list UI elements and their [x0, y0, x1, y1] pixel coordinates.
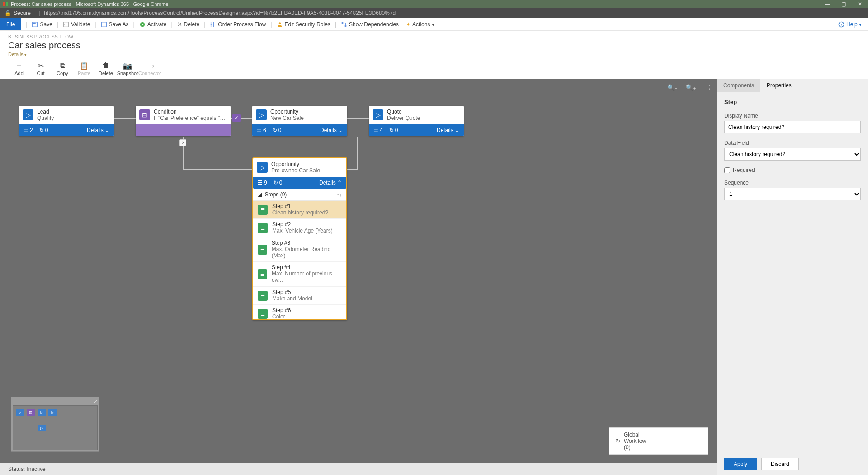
app-icon [3, 2, 8, 6]
required-label: Required [733, 167, 755, 173]
stage-icon: ▷ [256, 109, 267, 120]
svg-rect-6 [342, 22, 344, 24]
file-menu[interactable]: File [0, 18, 21, 30]
actions-menu[interactable]: ✦AActionsctions ▾ [402, 18, 438, 30]
stage-quote[interactable]: ▷ QuoteDeliver Quote ☰ 4 ↻ 0 Details ⌄ [369, 106, 464, 136]
canvas-controls: 🔍₋ 🔍₊ ⛶ [667, 84, 710, 91]
step-icon: ☰ [258, 269, 267, 279]
designer-toolbar: ＋Add ✂Cut ⧉Copy 📋Paste 🗑Delete 📷Snapshot… [0, 59, 868, 79]
stage-preowned-car-sale[interactable]: ▷ OpportunityPre-owned Car Sale ☰ 9 ↻ 0 … [252, 157, 347, 320]
data-field-label: Data Field [724, 140, 861, 146]
order-process-button[interactable]: Order Process Flow [206, 18, 269, 30]
designer-canvas[interactable]: 🔍₋ 🔍₊ ⛶ ▷ LeadQualify ☰ 2 ↻ 0 [0, 79, 717, 463]
fit-screen-icon[interactable]: ⛶ [704, 84, 710, 91]
step-item[interactable]: ☰Step #5Make and Model [253, 287, 346, 305]
delete-button[interactable]: ✕Delete [174, 18, 203, 30]
condition-icon: ⊟ [139, 109, 150, 120]
status-bar: Status:Inactive [0, 463, 717, 475]
details-collapse[interactable]: Details ⌃ [319, 180, 342, 186]
page-header: BUSINESS PROCESS FLOW Car sales process … [0, 31, 868, 59]
stage-lead[interactable]: ▷ LeadQualify ☰ 2 ↻ 0 Details ⌄ [19, 106, 114, 136]
steps-header: Steps (9) [265, 191, 287, 198]
step-icon: ☰ [258, 309, 268, 319]
stage-icon: ▷ [373, 109, 383, 120]
steps-count: ☰ 2 [24, 127, 33, 133]
sequence-label: Sequence [724, 180, 861, 186]
discard-button[interactable]: Discard [761, 458, 799, 470]
condition-node[interactable]: ⊟ ConditionIf "Car Preference" equals "N… [136, 106, 231, 136]
connector-tool[interactable]: ⟶Connector [138, 61, 160, 76]
properties-section-title: Step [724, 99, 861, 105]
entity-type: BUSINESS PROCESS FLOW [8, 34, 860, 39]
tab-properties[interactable]: Properties [760, 79, 798, 92]
step-item[interactable]: ☰Step #4Max. Number of previous ow... [253, 262, 346, 286]
window-close[interactable]: ✕ [852, 0, 868, 8]
step-icon: ☰ [258, 291, 268, 301]
step-item[interactable]: ☰Step #2Max. Vehicle Age (Years) [253, 219, 346, 238]
activate-button[interactable]: Activate [136, 18, 170, 30]
command-bar: File | Save | Validate | Save As | Activ… [0, 18, 868, 31]
save-as-button[interactable]: Save As [97, 18, 132, 30]
properties-panel: Components Properties Step Display Name … [717, 79, 868, 475]
display-name-input[interactable] [724, 121, 861, 133]
refresh-count: ↻ 0 [39, 127, 48, 133]
required-checkbox[interactable] [724, 167, 730, 173]
step-icon: ☰ [258, 205, 268, 215]
details-toggle[interactable]: Details ⌄ [87, 127, 109, 133]
step-item[interactable]: ☰Step #6Color [253, 305, 346, 319]
page-title: Car sales process [8, 40, 860, 51]
url-text[interactable]: https://trial1705.crm.dynamics.com/Tools… [44, 10, 396, 16]
sequence-select[interactable]: 1 [724, 188, 861, 200]
save-button[interactable]: Save [28, 18, 56, 30]
address-bar: 🔒 Secure | https://trial1705.crm.dynamic… [0, 8, 868, 18]
lock-icon: 🔒 [5, 10, 11, 16]
global-workflow-bar[interactable]: ↻Global Workflow (0) ⌃ [609, 428, 708, 455]
window-title: Process: Car sales process - Microsoft D… [11, 1, 168, 7]
condition-true-icon: ✓ [232, 114, 241, 122]
zoom-in-icon[interactable]: 🔍₊ [686, 84, 696, 91]
steps-panel: ◢ Steps (9) ↑↓ ☰Step #1Clean history req… [253, 189, 346, 319]
steps-reorder[interactable]: ↑↓ [337, 192, 342, 197]
svg-point-5 [278, 22, 280, 24]
details-toggle[interactable]: Details [8, 52, 860, 57]
minimap[interactable]: ⤢ ▷ ⊟ ▷ ▷ ▷ [11, 397, 99, 452]
svg-rect-1 [33, 22, 36, 24]
edit-security-roles-button[interactable]: Edit Security Roles [273, 18, 334, 30]
cut-tool[interactable]: ✂Cut [30, 61, 52, 76]
snapshot-tool[interactable]: 📷Snapshot [117, 61, 138, 76]
add-tool[interactable]: ＋Add [8, 61, 30, 76]
apply-button[interactable]: Apply [724, 458, 757, 470]
condition-delete-icon[interactable]: ✕ [179, 139, 186, 146]
stage-icon: ▷ [257, 162, 268, 173]
step-icon: ☰ [258, 245, 267, 255]
help-link[interactable]: ?Help ▾ [838, 21, 862, 28]
minimap-expand-icon[interactable]: ⤢ [94, 399, 98, 404]
step-item[interactable]: ☰Step #3Max. Odometer Reading (Max) [253, 238, 346, 262]
secure-label: Secure [14, 10, 31, 16]
workflow-icon: ↻ [616, 438, 620, 444]
stage-new-car-sale[interactable]: ▷ OpportunityNew Car Sale ☰ 6 ↻ 0 Detail… [252, 106, 347, 136]
window-maximize[interactable]: ▢ [835, 0, 852, 8]
validate-button[interactable]: Validate [59, 18, 94, 30]
zoom-out-icon[interactable]: 🔍₋ [667, 84, 678, 91]
delete-tool[interactable]: 🗑Delete [95, 61, 117, 76]
copy-tool[interactable]: ⧉Copy [52, 61, 73, 76]
step-item[interactable]: ☰Step #1Clean history required? [253, 201, 346, 219]
details-toggle[interactable]: Details ⌄ [320, 127, 343, 133]
display-name-label: Display Name [724, 113, 861, 119]
window-minimize[interactable]: — [819, 0, 835, 8]
details-toggle[interactable]: Details ⌄ [437, 127, 459, 133]
tab-components[interactable]: Components [717, 79, 760, 92]
stage-icon: ▷ [23, 109, 33, 120]
svg-text:?: ? [840, 22, 843, 26]
window-titlebar: Process: Car sales process - Microsoft D… [0, 0, 868, 8]
paste-tool[interactable]: 📋Paste [73, 61, 95, 76]
show-dependencies-button[interactable]: Show Dependencies [337, 18, 402, 30]
data-field-select[interactable]: Clean history required? [724, 148, 861, 161]
step-icon: ☰ [258, 223, 268, 233]
svg-rect-3 [101, 22, 106, 27]
